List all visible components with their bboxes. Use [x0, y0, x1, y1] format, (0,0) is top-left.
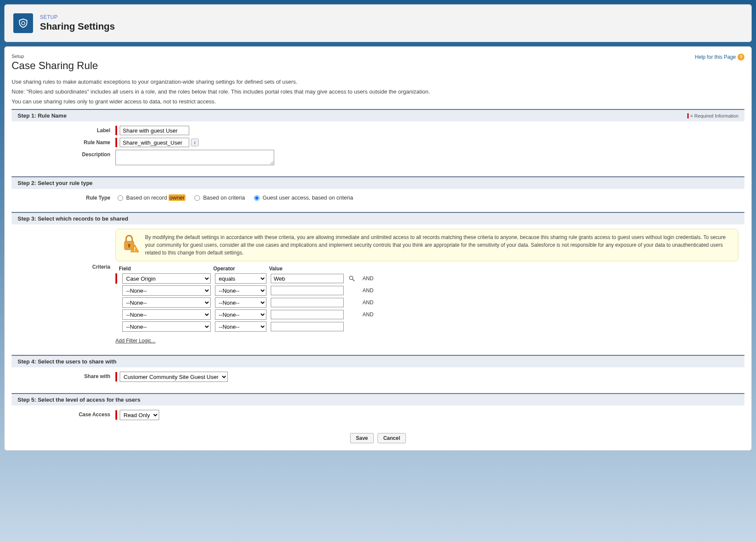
lock-warning-icon: ! — [122, 233, 139, 252]
col-field: Field — [119, 266, 209, 272]
help-icon: ? — [738, 54, 744, 61]
svg-point-6 — [350, 276, 353, 280]
criteria-label: Criteria — [18, 229, 115, 270]
description-label: Description — [18, 150, 115, 157]
lookup-icon[interactable] — [348, 275, 356, 282]
criteria-value-input[interactable] — [271, 274, 344, 283]
header-card: SETUP Sharing Settings — [4, 4, 752, 42]
criteria-table: Field Operator Value Case OriginequalsAN… — [115, 266, 738, 344]
intro-text: Use sharing rules to make automatic exce… — [12, 79, 744, 105]
info-icon[interactable]: i — [191, 139, 199, 146]
col-operator: Operator — [213, 266, 265, 272]
help-link[interactable]: Help for this Page ? — [695, 54, 744, 61]
radio-guest[interactable]: Guest user access, based on criteria — [252, 194, 353, 201]
step5-header: Step 5: Select the level of access for t… — [12, 393, 744, 406]
rule-page-title: Case Sharing Rule — [12, 60, 744, 72]
criteria-field-select[interactable]: --None-- — [122, 309, 211, 320]
required-marker — [115, 372, 117, 382]
save-button[interactable]: Save — [350, 433, 373, 443]
label-field-label: Label — [18, 126, 115, 133]
criteria-value-input[interactable] — [271, 298, 344, 307]
step1-header: Step 1: Rule Name = Required Information — [12, 109, 744, 121]
label-input[interactable] — [120, 126, 189, 135]
radio-criteria[interactable]: Based on criteria — [192, 194, 245, 201]
cancel-button[interactable]: Cancel — [378, 433, 405, 443]
warning-box: ! By modifying the default settings in a… — [115, 229, 738, 261]
caseaccess-label: Case Access — [18, 410, 115, 418]
criteria-field-select[interactable]: --None-- — [122, 321, 211, 332]
radio-owner[interactable]: Based on record owner — [115, 194, 185, 201]
required-marker — [115, 138, 117, 147]
svg-line-7 — [353, 279, 354, 281]
description-textarea[interactable] — [115, 150, 274, 165]
page-title: Sharing Settings — [40, 21, 115, 32]
criteria-row: --None----None--AND — [115, 309, 738, 320]
rulename-input[interactable] — [120, 138, 189, 147]
step2-header: Step 2: Select your rule type — [12, 176, 744, 189]
criteria-value-input[interactable] — [271, 310, 344, 319]
required-info: = Required Information — [687, 113, 738, 118]
main-content: Help for this Page ? Setup Case Sharing … — [4, 46, 752, 451]
and-label: AND — [363, 300, 373, 306]
criteria-field-select[interactable]: --None-- — [122, 297, 211, 308]
criteria-operator-select[interactable]: --None-- — [215, 285, 266, 296]
col-value: Value — [269, 266, 342, 272]
criteria-row: --None----None--AND — [115, 297, 738, 308]
required-marker — [115, 273, 117, 284]
criteria-field-select[interactable]: Case Origin — [122, 273, 211, 284]
required-marker — [115, 410, 117, 420]
criteria-operator-select[interactable]: --None-- — [215, 321, 266, 332]
breadcrumb: SETUP — [40, 14, 115, 20]
shield-icon — [13, 13, 33, 33]
criteria-operator-select[interactable]: equals — [215, 273, 266, 284]
sharewith-label: Share with — [18, 372, 115, 379]
rulename-label: Rule Name — [18, 138, 115, 145]
criteria-field-select[interactable]: --None-- — [122, 285, 211, 296]
svg-text:!: ! — [134, 246, 136, 252]
ruletype-label: Rule Type — [18, 193, 115, 201]
setup-crumb: Setup — [12, 54, 744, 59]
and-label: AND — [363, 288, 373, 294]
criteria-row: --None----None-- — [115, 321, 738, 332]
criteria-operator-select[interactable]: --None-- — [215, 297, 266, 308]
step4-header: Step 4: Select the users to share with — [12, 355, 744, 367]
svg-point-0 — [21, 21, 25, 25]
and-label: AND — [363, 276, 373, 282]
and-label: AND — [363, 312, 373, 318]
criteria-row: --None----None--AND — [115, 285, 738, 296]
svg-rect-3 — [129, 245, 130, 248]
criteria-value-input[interactable] — [271, 286, 344, 295]
add-filter-logic-link[interactable]: Add Filter Logic... — [115, 338, 155, 344]
criteria-row: Case OriginequalsAND — [115, 273, 738, 284]
criteria-value-input[interactable] — [271, 322, 344, 331]
required-marker — [115, 126, 117, 135]
caseaccess-select[interactable]: Read Only — [120, 410, 159, 420]
criteria-operator-select[interactable]: --None-- — [215, 309, 266, 320]
step3-header: Step 3: Select which records to be share… — [12, 212, 744, 224]
sharewith-select[interactable]: Customer Community Site Guest User — [120, 372, 228, 382]
